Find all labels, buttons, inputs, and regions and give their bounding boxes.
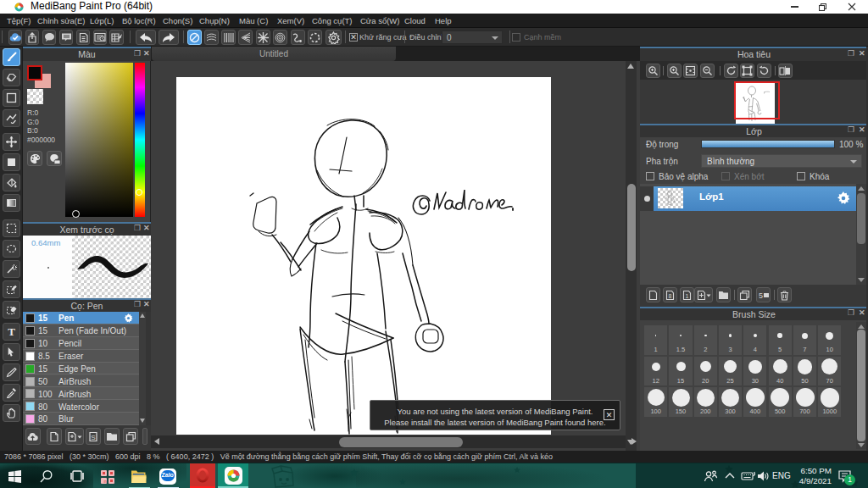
svg-text:n: n (104, 479, 107, 484)
svg-text:S: S (91, 433, 95, 441)
svg-text:5: 5 (759, 291, 763, 300)
svg-text:1: 1 (686, 292, 689, 298)
svg-text:8: 8 (669, 292, 672, 298)
